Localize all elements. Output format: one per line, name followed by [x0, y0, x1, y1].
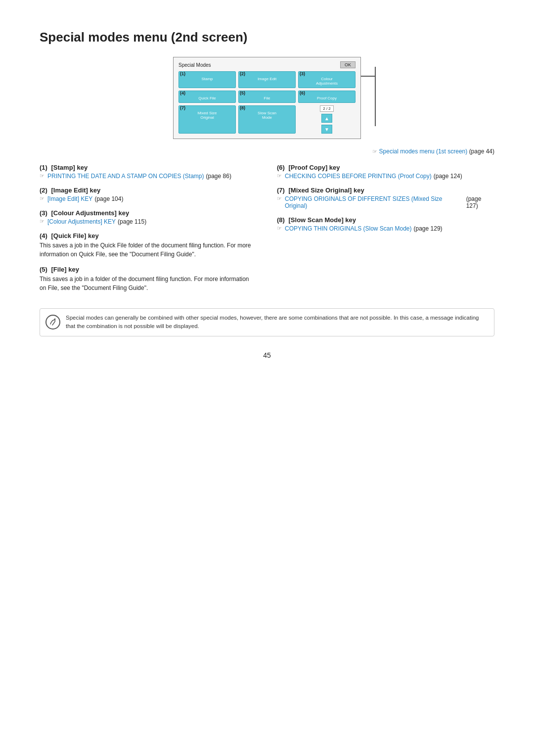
page-title: Special modes menu (2nd screen): [40, 30, 494, 45]
ref-link-text[interactable]: Special modes menu (1st screen): [379, 148, 468, 155]
section-1-link-text[interactable]: PRINTING THE DATE AND A STAMP ON COPIES …: [47, 173, 204, 180]
section-4-header: (4) [Quick File] key: [40, 232, 257, 239]
note-icon: [45, 314, 61, 330]
keys-grid: (1) Stamp (2) Image Edit (3) ColourAdjus…: [178, 71, 356, 134]
right-column: (6) [Proof Copy] key ☞ CHECKING COPIES B…: [277, 164, 494, 299]
section-6-link-text[interactable]: CHECKING COPIES BEFORE PRINTING (Proof C…: [285, 173, 432, 180]
section-8-slow-scan: (8) [Slow Scan Mode] key ☞ COPYING THIN …: [277, 216, 494, 232]
section-8-page: (page 129): [414, 225, 443, 232]
section-4-quick-file: (4) [Quick File] key This saves a job in…: [40, 232, 257, 259]
left-column: (1) [Stamp] key ☞ PRINTING THE DATE AND …: [40, 164, 257, 299]
section-5-body: This saves a job in a folder of the docu…: [40, 275, 257, 292]
section-1-link: ☞ PRINTING THE DATE AND A STAMP ON COPIE…: [40, 173, 257, 180]
section-2-link: ☞ [Image Edit] KEY (page 104): [40, 195, 257, 202]
section-3-link: ☞ [Colour Adjustments] KEY (page 115): [40, 218, 257, 225]
svg-point-1: [54, 319, 56, 320]
nav-slot: 2 / 2 ▲ ▼: [298, 105, 356, 134]
nav-up-button[interactable]: ▲: [321, 114, 332, 123]
section-4-body: This saves a job in the Quick File folde…: [40, 241, 257, 259]
key-slow-scan-mode[interactable]: (8) Slow ScanMode: [238, 105, 296, 134]
section-3-colour: (3) [Colour Adjustments] key ☞ [Colour A…: [40, 209, 257, 225]
section-3-page: (page 115): [118, 218, 146, 225]
section-5-file: (5) [File] key This saves a job in a fol…: [40, 266, 257, 292]
key-colour-adjustments[interactable]: (3) ColourAdjustments: [298, 71, 356, 88]
section-8-link: ☞ COPYING THIN ORIGINALS (Slow Scan Mode…: [277, 225, 494, 232]
section-2-page: (page 104): [94, 195, 123, 202]
note-box: Special modes can generally be combined …: [40, 308, 494, 336]
screen-title-label: Special Modes: [178, 62, 211, 68]
page-number: 45: [40, 351, 494, 359]
section-2-image-edit: (2) [Image Edit] key ☞ [Image Edit] KEY …: [40, 187, 257, 202]
screen-box: Special Modes OK (1) Stamp (2) Image Edi…: [173, 57, 361, 139]
key-file[interactable]: (5) File: [238, 91, 296, 103]
ref-page: (page 44): [469, 148, 494, 155]
svg-point-0: [46, 315, 60, 329]
section-5-header: (5) [File] key: [40, 266, 257, 273]
diagram-container: Special Modes OK (1) Stamp (2) Image Edi…: [40, 57, 494, 139]
page-indicator: 2 / 2: [320, 105, 334, 112]
section-1-header: (1) [Stamp] key: [40, 164, 257, 171]
section-7-page: (page 127): [466, 195, 494, 209]
key-stamp[interactable]: (1) Stamp: [178, 71, 236, 88]
key-quick-file[interactable]: (4) Quick File: [178, 91, 236, 103]
section-2-link-text[interactable]: [Image Edit] KEY: [47, 195, 92, 202]
section-6-link: ☞ CHECKING COPIES BEFORE PRINTING (Proof…: [277, 173, 494, 180]
screen-title-bar: Special Modes OK: [178, 61, 356, 68]
note-text: Special modes can generally be combined …: [66, 315, 479, 329]
ref-icon: ☞: [372, 148, 377, 154]
section-1-page: (page 86): [206, 173, 231, 180]
section-7-link-text[interactable]: COPYING ORIGINALS OF DIFFERENT SIZES (Mi…: [285, 195, 464, 209]
section-8-link-text[interactable]: COPYING THIN ORIGINALS (Slow Scan Mode): [285, 225, 412, 232]
screen-diagram: Special Modes OK (1) Stamp (2) Image Edi…: [173, 57, 361, 139]
section-3-link-text[interactable]: [Colour Adjustments] KEY: [47, 218, 116, 225]
section-6-page: (page 124): [434, 173, 462, 180]
section-6-header: (6) [Proof Copy] key: [277, 164, 494, 171]
content-columns: (1) [Stamp] key ☞ PRINTING THE DATE AND …: [40, 164, 494, 299]
section-1-stamp: (1) [Stamp] key ☞ PRINTING THE DATE AND …: [40, 164, 257, 180]
section-7-header: (7) [Mixed Size Original] key: [277, 187, 494, 194]
nav-down-button[interactable]: ▼: [321, 125, 332, 134]
section-3-header: (3) [Colour Adjustments] key: [40, 209, 257, 217]
key-mixed-size-original[interactable]: (7) Mixed SizeOriginal: [178, 105, 236, 134]
key-image-edit[interactable]: (2) Image Edit: [238, 71, 296, 88]
ref-link-container: ☞ Special modes menu (1st screen) (page …: [40, 148, 494, 155]
section-7-mixed-size: (7) [Mixed Size Original] key ☞ COPYING …: [277, 187, 494, 209]
section-6-proof-copy: (6) [Proof Copy] key ☞ CHECKING COPIES B…: [277, 164, 494, 180]
section-7-link: ☞ COPYING ORIGINALS OF DIFFERENT SIZES (…: [277, 195, 494, 209]
connector-vert: [375, 67, 376, 126]
key-proof-copy[interactable]: (6) Proof Copy: [298, 91, 356, 103]
section-8-header: (8) [Slow Scan Mode] key: [277, 216, 494, 224]
connector-line: [361, 76, 375, 77]
ok-button[interactable]: OK: [340, 61, 356, 68]
section-2-header: (2) [Image Edit] key: [40, 187, 257, 194]
